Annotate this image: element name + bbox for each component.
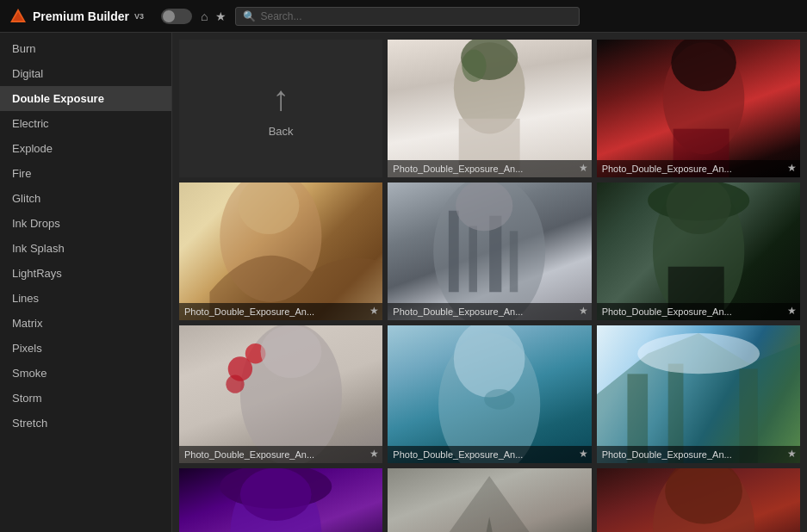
thumbnail-11 <box>597 468 800 532</box>
sidebar-item-lines[interactable]: Lines <box>0 286 171 311</box>
sidebar-item-burn[interactable]: Burn <box>0 36 171 61</box>
nav-icons: ⌂ ★ <box>201 9 226 23</box>
svg-rect-12 <box>449 211 459 293</box>
thumbnail-10 <box>388 468 591 532</box>
favorite-icon-5[interactable]: ★ <box>787 305 797 317</box>
grid-item-9[interactable]: Photo_Double_Exposure_An... ★ <box>179 468 382 532</box>
sidebar-item-double-exposure[interactable]: Double Exposure <box>0 86 171 111</box>
search-bar: 🔍 <box>235 7 580 26</box>
item-label-5: Photo_Double_Exposure_An... <box>597 303 800 320</box>
sidebar-item-storm[interactable]: Storm <box>0 386 171 411</box>
thumb-svg-10 <box>388 468 591 532</box>
thumbnail-6 <box>179 325 382 463</box>
svg-rect-15 <box>510 231 518 292</box>
back-button[interactable]: ↑ Back <box>179 40 382 177</box>
grid-item-3[interactable]: Photo_Double_Exposure_An... ★ <box>179 182 382 320</box>
home-icon[interactable]: ⌂ <box>201 9 208 23</box>
grid-item-4[interactable]: Photo_Double_Exposure_An... ★ <box>388 182 591 320</box>
thumbnail-grid: ↑ Back Photo_Double_Exposure_An... ★ <box>179 40 800 532</box>
sidebar-item-ink-drops[interactable]: Ink Drops <box>0 211 171 236</box>
sidebar-item-digital[interactable]: Digital <box>0 61 171 86</box>
thumb-svg-6 <box>179 325 382 463</box>
item-label-2: Photo_Double_Exposure_An... <box>597 160 800 177</box>
toggle-switch[interactable] <box>161 9 192 24</box>
thumbnail-8 <box>597 325 800 463</box>
svg-point-25 <box>261 325 322 378</box>
thumbnail-2 <box>597 40 800 177</box>
sidebar-item-fire[interactable]: Fire <box>0 161 171 186</box>
grid-item-11[interactable]: Photo_Double_Exposure_An... ★ <box>597 468 800 532</box>
logo-icon <box>9 7 28 26</box>
sidebar-item-matrix[interactable]: Matrix <box>0 311 171 336</box>
item-label-6: Photo_Double_Exposure_An... <box>179 446 382 463</box>
grid-item-2[interactable]: Photo_Double_Exposure_An... ★ <box>597 40 800 177</box>
favorite-icon-8[interactable]: ★ <box>787 448 797 460</box>
item-label-8: Photo_Double_Exposure_An... <box>597 446 800 463</box>
app-title: Premium Builder <box>33 9 129 23</box>
search-icon: 🔍 <box>243 10 256 22</box>
sidebar-item-explode[interactable]: Explode <box>0 136 171 161</box>
svg-rect-13 <box>469 226 477 292</box>
grid-item-7[interactable]: Photo_Double_Exposure_An... ★ <box>388 325 591 463</box>
thumb-svg-8 <box>597 325 800 463</box>
item-label-4: Photo_Double_Exposure_An... <box>388 303 591 320</box>
favorite-icon-3[interactable]: ★ <box>369 305 379 317</box>
item-label-1: Photo_Double_Exposure_An... <box>388 160 591 177</box>
sidebar-item-stretch[interactable]: Stretch <box>0 411 171 436</box>
svg-point-4 <box>462 49 487 82</box>
toggle-knob <box>163 10 175 22</box>
grid-item-6[interactable]: Photo_Double_Exposure_An... ★ <box>179 325 382 463</box>
grid-item-1[interactable]: Photo_Double_Exposure_An... ★ <box>388 40 591 177</box>
thumbnail-4 <box>388 182 591 320</box>
thumbnail-1 <box>388 40 591 177</box>
thumbnail-5 <box>597 182 800 320</box>
thumb-svg-11 <box>597 468 800 532</box>
favorite-icon-7[interactable]: ★ <box>579 448 588 460</box>
thumb-svg-5 <box>597 182 800 320</box>
favorite-icon-6[interactable]: ★ <box>369 448 379 460</box>
sidebar: Burn Digital Double Exposure Electric Ex… <box>0 33 172 532</box>
thumb-svg-2 <box>597 40 800 177</box>
item-label-3: Photo_Double_Exposure_An... <box>179 303 382 320</box>
star-icon[interactable]: ★ <box>215 9 227 23</box>
thumbnail-7 <box>388 325 591 463</box>
svg-point-28 <box>485 389 515 410</box>
svg-point-35 <box>240 468 312 521</box>
sidebar-item-lightrays[interactable]: LightRays <box>0 261 171 286</box>
grid-item-8[interactable]: Photo_Double_Exposure_An... ★ <box>597 325 800 463</box>
sidebar-item-pixels[interactable]: Pixels <box>0 336 171 361</box>
back-label: Back <box>269 125 294 138</box>
thumbnail-9 <box>179 468 382 532</box>
top-bar: Premium Builder V3 ⌂ ★ 🔍 <box>0 0 807 33</box>
svg-point-24 <box>226 375 244 393</box>
app-logo: Premium Builder V3 <box>9 7 144 26</box>
app-version: V3 <box>134 12 144 21</box>
favorite-icon-2[interactable]: ★ <box>787 162 797 174</box>
content-area: ↑ Back Photo_Double_Exposure_An... ★ <box>172 33 807 532</box>
search-input[interactable] <box>261 10 572 22</box>
thumb-svg-9 <box>179 468 382 532</box>
grid-item-10[interactable]: Photo_Double_Exposure_An... ★ <box>388 468 591 532</box>
svg-point-32 <box>637 333 760 374</box>
grid-item-5[interactable]: Photo_Double_Exposure_An... ★ <box>597 182 800 320</box>
favorite-icon-4[interactable]: ★ <box>579 305 588 317</box>
favorite-icon-1[interactable]: ★ <box>579 162 588 174</box>
thumb-svg-1 <box>388 40 591 177</box>
sidebar-item-electric[interactable]: Electric <box>0 111 171 136</box>
sidebar-item-smoke[interactable]: Smoke <box>0 361 171 386</box>
sidebar-item-ink-splash[interactable]: Ink Splash <box>0 236 171 261</box>
main-container: Burn Digital Double Exposure Electric Ex… <box>0 33 807 532</box>
svg-point-16 <box>456 182 512 231</box>
thumb-svg-3 <box>179 182 382 320</box>
thumbnail-3 <box>179 182 382 320</box>
sidebar-item-glitch[interactable]: Glitch <box>0 186 171 211</box>
back-arrow-icon: ↑ <box>272 79 289 118</box>
thumb-svg-4 <box>388 182 591 320</box>
thumb-svg-7 <box>388 325 591 463</box>
item-label-7: Photo_Double_Exposure_An... <box>388 446 591 463</box>
